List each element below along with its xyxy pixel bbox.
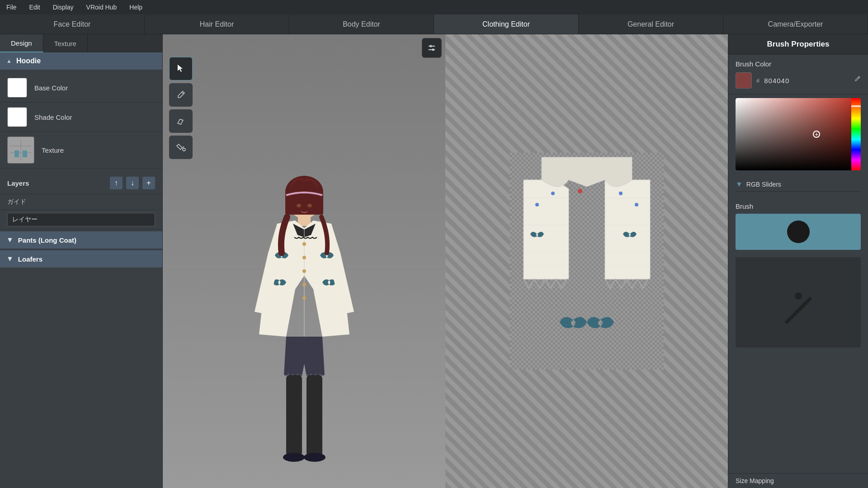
svg-rect-4	[14, 150, 19, 157]
select-tool-button[interactable]	[169, 57, 193, 80]
brush-other-area	[736, 257, 861, 347]
hue-slider[interactable]: ◄ ◄	[851, 98, 861, 170]
fill-icon	[176, 142, 186, 152]
loafers-section-header[interactable]: ▼ Loafers	[0, 250, 162, 267]
rgb-sliders-section: ▼ RGB Sliders	[728, 174, 868, 199]
sub-tab-texture[interactable]: Texture	[43, 34, 88, 52]
viewport-3d[interactable]	[163, 34, 445, 488]
layers-header: Layers ↑ ↓ +	[0, 172, 162, 194]
svg-line-11	[182, 92, 184, 94]
svg-point-12	[183, 148, 185, 151]
brush-label: Brush	[736, 202, 861, 210]
eraser-tool-button[interactable]	[169, 109, 193, 133]
texture-thumbnail[interactable]	[7, 136, 34, 164]
pencil-tool-button[interactable]	[169, 83, 193, 107]
texture-label: Texture	[42, 146, 64, 154]
menu-bar: File Edit Display VRoid Hub Help	[0, 0, 868, 14]
character-svg	[241, 163, 368, 488]
rgb-sliders-label: RGB Sliders	[746, 181, 781, 188]
hue-cursor	[851, 105, 861, 107]
svg-point-16	[297, 204, 301, 207]
brush-preview-area	[736, 214, 861, 250]
hoodie-content: Base Color Shade Color	[0, 70, 162, 172]
svg-point-50	[635, 203, 638, 206]
rgb-toggle-header[interactable]: ▼ RGB Sliders	[736, 178, 861, 192]
texture-preview-svg	[8, 137, 34, 163]
loafers-title: Loafers	[18, 255, 42, 263]
brush-color-value: 804040	[764, 77, 789, 84]
eyedropper-icon	[853, 75, 861, 84]
svg-point-27	[283, 453, 305, 462]
color-picker-button[interactable]	[853, 75, 861, 85]
layer-guide: ガイド	[0, 194, 162, 210]
viewport-texture[interactable]	[445, 34, 728, 488]
shade-color-row[interactable]: Shade Color	[0, 103, 162, 132]
rgb-chevron-icon: ▼	[736, 180, 743, 188]
toolbar	[169, 57, 193, 159]
hoodie-title: Hoodie	[16, 57, 41, 65]
eraser-icon	[176, 116, 186, 126]
menu-help[interactable]: Help	[127, 2, 145, 13]
hoodie-chevron-icon: ▲	[6, 58, 12, 64]
gradient-cursor: +	[813, 131, 820, 138]
brush-section: Brush	[728, 199, 868, 253]
svg-rect-26	[307, 375, 322, 456]
menu-edit[interactable]: Edit	[27, 2, 43, 13]
menu-display[interactable]: Display	[50, 2, 76, 13]
svg-rect-15	[285, 192, 323, 215]
hoodie-section-header[interactable]: ▲ Hoodie	[0, 52, 162, 70]
sub-tab-design[interactable]: Design	[0, 34, 43, 52]
pants-section-header[interactable]: ▼ Pants (Long Coat)	[0, 231, 162, 249]
left-panel: Design Texture ▲ Hoodie Base Color Shade…	[0, 34, 163, 488]
svg-point-22	[302, 269, 306, 273]
layer-add-button[interactable]: +	[142, 177, 155, 189]
menu-vroid-hub[interactable]: VRoid Hub	[84, 2, 120, 13]
color-gradient-box[interactable]: +	[736, 98, 851, 170]
brush-properties-title: Brush Properties	[728, 34, 868, 55]
model-area	[163, 34, 445, 488]
brush-color-row: # 804040	[736, 72, 861, 89]
menu-file[interactable]: File	[4, 2, 19, 13]
layers-title: Layers	[7, 179, 106, 187]
tab-general-editor[interactable]: General Editor	[579, 14, 723, 34]
brush-circle	[787, 221, 810, 243]
layer-down-button[interactable]: ↓	[126, 177, 139, 189]
svg-line-51	[858, 77, 859, 78]
fill-tool-button[interactable]	[169, 136, 193, 159]
color-gradient-area[interactable]: + ◄ ◄	[736, 98, 861, 170]
svg-point-17	[307, 204, 312, 207]
texture-row[interactable]: Texture	[0, 132, 162, 169]
brush-small-dot	[795, 292, 802, 300]
center-area	[163, 34, 728, 488]
layer-input-row	[0, 210, 162, 230]
tab-clothing-editor[interactable]: Clothing Editor	[434, 14, 579, 34]
loafers-chevron-icon: ▼	[6, 255, 14, 263]
svg-point-47	[619, 192, 623, 195]
brush-color-label: Brush Color	[736, 60, 861, 68]
shade-color-swatch[interactable]	[7, 107, 27, 127]
brush-color-hash: #	[756, 77, 760, 84]
svg-point-20	[302, 242, 306, 246]
brush-color-section: Brush Color # 804040	[728, 55, 868, 94]
base-color-row[interactable]: Base Color	[0, 73, 162, 103]
hue-arrow-right2: ◄	[860, 105, 861, 110]
texture-area	[445, 34, 728, 488]
tab-hair-editor[interactable]: Hair Editor	[145, 14, 289, 34]
svg-point-24	[302, 296, 306, 300]
pants-chevron-icon: ▼	[6, 236, 14, 244]
base-color-swatch[interactable]	[7, 78, 27, 98]
cursor-icon	[176, 64, 186, 74]
brush-color-swatch[interactable]	[736, 72, 752, 89]
layer-name-input[interactable]	[7, 213, 155, 226]
svg-point-49	[535, 203, 539, 206]
tab-face-editor[interactable]: Face Editor	[0, 14, 145, 34]
svg-point-23	[302, 283, 306, 286]
layer-up-button[interactable]: ↑	[110, 177, 123, 189]
tab-body-editor[interactable]: Body Editor	[289, 14, 434, 34]
size-mapping-label: Size Mapping	[728, 473, 868, 488]
tab-camera-exporter[interactable]: Camera/Exporter	[723, 14, 868, 34]
shade-color-label: Shade Color	[34, 113, 72, 121]
svg-point-46	[551, 192, 555, 195]
svg-marker-10	[178, 65, 183, 72]
svg-rect-25	[286, 375, 302, 456]
